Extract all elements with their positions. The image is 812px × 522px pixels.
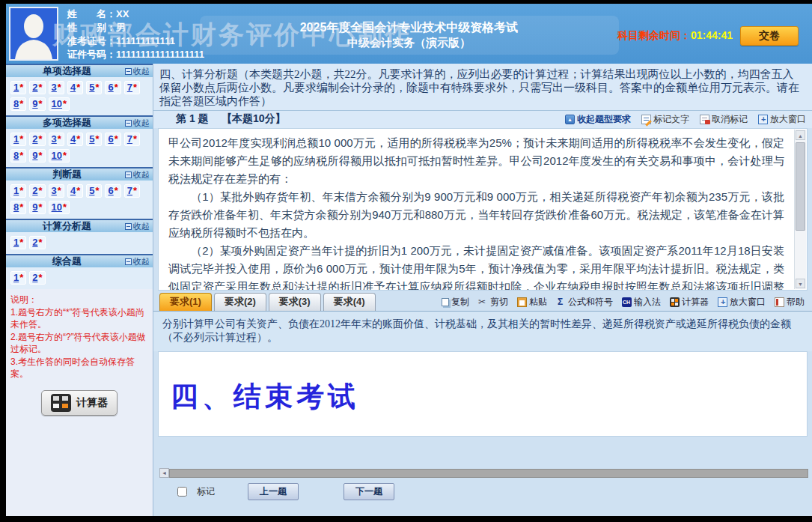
- question-number-link[interactable]: 7*: [124, 133, 140, 146]
- unmark-button[interactable]: 取消标记: [700, 113, 748, 126]
- question-vertical-scrollbar[interactable]: ▲ ▼: [794, 130, 806, 289]
- scrollbar-thumb[interactable]: [796, 142, 805, 231]
- question-number-link[interactable]: 5*: [86, 133, 102, 146]
- mark-question-checkbox[interactable]: [177, 487, 187, 497]
- enlarge-answer-window-button[interactable]: 放大窗口: [718, 296, 766, 309]
- answer-input-area[interactable]: [158, 351, 808, 437]
- section-collapse-button[interactable]: 收起: [125, 256, 150, 267]
- mark-text-icon: [641, 115, 651, 124]
- question-grid: 1*2*3*4*5*6*7*8*9*10*: [6, 129, 153, 167]
- section-title: 单项选择题: [9, 64, 125, 78]
- collapse-question-type-button[interactable]: 收起题型要求: [565, 113, 631, 126]
- question-number-link[interactable]: 9*: [29, 97, 45, 111]
- unanswered-marker: *: [133, 82, 137, 93]
- candidate-id-line: 证件号码：111111111111111111: [67, 48, 204, 61]
- question-number-link[interactable]: 4*: [67, 81, 83, 94]
- collapse-label: 收起: [133, 221, 150, 232]
- question-section-1: 单项选择题收起1*2*3*4*5*6*7*8*9*10*: [6, 64, 153, 115]
- question-number-link[interactable]: 10*: [49, 149, 70, 163]
- question-number-link[interactable]: 2*: [29, 133, 45, 146]
- question-number-link[interactable]: 10*: [49, 97, 70, 111]
- scroll-down-icon[interactable]: ▼: [796, 279, 805, 288]
- horizontal-scrollbar-track[interactable]: [169, 469, 808, 478]
- unanswered-marker: *: [39, 237, 43, 248]
- req-tab-3[interactable]: 要求(3): [269, 293, 321, 311]
- question-number: 10: [52, 98, 62, 109]
- ime-icon: [622, 297, 632, 307]
- req-tab-4[interactable]: 要求(4): [323, 293, 376, 311]
- collapse-minus-icon: [125, 258, 132, 265]
- question-number-link[interactable]: 2*: [29, 236, 45, 249]
- unanswered-marker: *: [63, 98, 67, 109]
- ime-button[interactable]: 输入法: [622, 296, 661, 309]
- question-number-link[interactable]: 5*: [86, 184, 102, 198]
- collapse-label: 收起: [133, 66, 150, 77]
- question-number-link[interactable]: 4*: [67, 184, 83, 198]
- question-number-link[interactable]: 3*: [49, 133, 64, 146]
- section-title: 多项选择题: [9, 116, 125, 130]
- question-number: 9: [32, 98, 37, 109]
- req-tab-1[interactable]: 要求(1): [159, 293, 212, 311]
- next-question-button[interactable]: 下一题: [344, 483, 394, 500]
- section-collapse-button[interactable]: 收起: [125, 118, 150, 129]
- question-number-link[interactable]: 10*: [49, 201, 70, 214]
- question-number-link[interactable]: 6*: [105, 184, 120, 198]
- calculator-icon: [670, 297, 680, 307]
- req-tab-2[interactable]: 要求(2): [214, 293, 266, 311]
- submit-paper-button[interactable]: 交卷: [740, 26, 799, 46]
- enlarge-window-button[interactable]: 放大窗口: [758, 113, 806, 126]
- help-icon: [775, 297, 784, 307]
- section-collapse-button[interactable]: 收起: [125, 221, 150, 232]
- copy-button[interactable]: 复制: [442, 296, 469, 309]
- question-number-link[interactable]: 1*: [10, 184, 26, 198]
- question-number-link[interactable]: 7*: [124, 81, 140, 94]
- scroll-left-icon[interactable]: ◄: [159, 468, 169, 478]
- question-number-link[interactable]: 3*: [49, 184, 64, 198]
- previous-question-button[interactable]: 上一题: [248, 483, 299, 500]
- question-number-link[interactable]: 7*: [124, 184, 140, 198]
- question-number-link[interactable]: 2*: [29, 81, 45, 94]
- question-number-link[interactable]: 3*: [49, 81, 64, 94]
- question-number-link[interactable]: 1*: [10, 81, 26, 94]
- question-number-link[interactable]: 8*: [10, 201, 26, 214]
- question-number-link[interactable]: 8*: [10, 97, 26, 111]
- mark-text-button[interactable]: 标记文字: [641, 113, 689, 126]
- exam-application-window: 姓 名：XX 性 别：男 准考证号：111111111111 证件号码：1111…: [0, 0, 812, 522]
- question-number-link[interactable]: 6*: [105, 81, 120, 94]
- question-number-link[interactable]: 2*: [29, 184, 45, 198]
- note-line: 3.考生作答的同时会自动保存答案。: [10, 356, 148, 380]
- question-number-link[interactable]: 1*: [10, 133, 26, 146]
- collapse-label: 收起: [133, 118, 150, 129]
- calculator-tool-button[interactable]: 计算器: [670, 296, 709, 309]
- formula-symbol-button[interactable]: 公式和符号: [556, 296, 613, 309]
- question-number-link[interactable]: 9*: [29, 201, 45, 214]
- question-number-link[interactable]: 2*: [29, 271, 45, 285]
- question-paragraph: 甲公司2012年度实现利润总额10 000万元，适用的所得税税率为25%；预计未…: [168, 134, 784, 188]
- unanswered-marker: *: [95, 185, 99, 196]
- cut-button[interactable]: 剪切: [478, 296, 508, 309]
- question-number: 1: [13, 272, 19, 283]
- calculator-button[interactable]: 计算器: [41, 390, 117, 416]
- scroll-up-icon[interactable]: ▲: [796, 130, 805, 140]
- question-number-link[interactable]: 6*: [105, 133, 120, 146]
- question-number-link[interactable]: 4*: [67, 133, 83, 146]
- question-number-link[interactable]: 1*: [10, 236, 26, 249]
- question-number-link[interactable]: 5*: [86, 81, 102, 94]
- horizontal-scrollbar[interactable]: ◄: [159, 468, 808, 478]
- formula-icon: [556, 297, 566, 307]
- question-number: 5: [89, 185, 94, 196]
- question-number-link[interactable]: 9*: [29, 149, 45, 163]
- unanswered-marker: *: [19, 272, 23, 283]
- question-number: 5: [89, 82, 94, 93]
- section-collapse-button[interactable]: 收起: [125, 66, 150, 77]
- paste-button[interactable]: 粘贴: [517, 296, 547, 309]
- question-number: 7: [127, 185, 132, 196]
- question-area: 四、计算分析题（本类题共2小题，共22分。凡要求计算的，应列出必要的计算过程；计…: [153, 64, 812, 516]
- question-number: 10: [52, 201, 62, 213]
- exam-title-line2: 中级会计实务（演示版）: [200, 35, 619, 50]
- question-number-link[interactable]: 8*: [10, 149, 26, 163]
- section-title: 综合题: [9, 255, 125, 268]
- help-button[interactable]: 帮助: [775, 296, 805, 309]
- question-number-link[interactable]: 1*: [10, 271, 26, 285]
- section-collapse-button[interactable]: 收起: [125, 169, 150, 180]
